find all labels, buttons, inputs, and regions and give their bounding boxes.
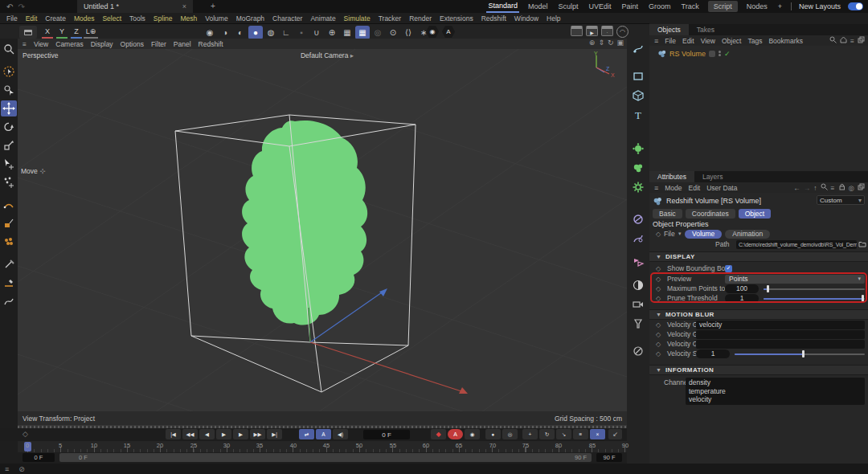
layout-tab[interactable]: Standard (486, 0, 519, 13)
layout-tab[interactable]: Track (680, 1, 701, 12)
status-menu-icon[interactable]: ≡ (5, 465, 9, 473)
layout-tab[interactable]: Nodes (745, 1, 769, 12)
mograph-cloner-icon[interactable] (628, 254, 648, 272)
keyframe-diamond-icon[interactable]: ◇ (656, 295, 661, 302)
menu-item[interactable]: Select (102, 14, 121, 22)
toolbar-icon[interactable]: ∟ (279, 26, 293, 39)
environment-icon[interactable] (628, 276, 648, 294)
object-manager-menu-item[interactable]: Object (722, 37, 742, 45)
document-tab[interactable]: Untitled 1 * × (77, 0, 193, 13)
close-tab-icon[interactable]: × (182, 2, 186, 10)
velocity-grid-input[interactable] (696, 340, 865, 349)
toolbar-icon[interactable]: ◐ (233, 26, 248, 39)
add-layout-button[interactable]: + (776, 1, 784, 12)
add-tab-button[interactable]: + (211, 2, 215, 10)
clone-points-icon[interactable] (1, 234, 17, 250)
toolbar-icon[interactable]: ∪ (309, 26, 324, 39)
object-manager-menu-item[interactable]: Bookmarks (768, 37, 803, 45)
toolbar-icon[interactable]: ⟨⟩ (401, 26, 416, 39)
current-frame-field[interactable]: 0 F (363, 430, 410, 439)
velocity-grid-input[interactable]: velocity (696, 321, 865, 329)
undo-icon[interactable]: ↶ (6, 2, 13, 11)
key-rotation-button[interactable]: ↻ (539, 429, 555, 439)
object-manager-menu-item[interactable]: Tags (747, 37, 762, 45)
menu-item[interactable]: MoGraph (236, 14, 264, 22)
record-mode-button[interactable]: ● (485, 429, 501, 439)
redshift-icon[interactable]: A (442, 26, 455, 38)
axis-lock-toggle[interactable]: X (42, 26, 53, 39)
panel-tab[interactable]: Objects (649, 24, 689, 35)
transport-button[interactable]: ◀ (199, 429, 215, 439)
keyframe-diamond-icon[interactable]: ◇ (656, 321, 661, 329)
transport-button[interactable]: ▶ (216, 429, 231, 439)
key-parameters-button[interactable]: ≡ (573, 429, 588, 439)
spline-sketch-icon[interactable] (1, 293, 17, 309)
viewport-nav-icon[interactable]: ↻ (608, 39, 614, 47)
attribute-category-tab[interactable]: Object (739, 209, 772, 219)
cursor-move-icon[interactable] (1, 156, 17, 172)
transport-button[interactable]: |◀ (166, 429, 181, 439)
velocity-grid-input[interactable] (696, 330, 865, 339)
toolbar-icon[interactable]: ◉ (203, 26, 217, 39)
camera-object-icon[interactable] (628, 296, 648, 313)
menu-item[interactable]: Edit (26, 14, 38, 22)
menu-item[interactable]: Render (409, 14, 432, 22)
path-input[interactable]: C:\demo\redshift_volume_demo\vdb\RS_Vol_… (736, 240, 857, 249)
brush-arc-icon[interactable] (1, 197, 17, 213)
toolbar-icon[interactable]: ◎ (371, 26, 385, 39)
tool-box-icon[interactable] (19, 26, 37, 39)
layout-tab[interactable]: UVEdit (587, 1, 612, 12)
attribute-menu-item[interactable]: User Data (706, 184, 737, 192)
toolbar-icon[interactable]: ◍ (264, 26, 278, 39)
generator-gear-icon[interactable] (628, 178, 648, 196)
toolbar-icon[interactable]: ⊙ (386, 26, 400, 39)
velocity-scale-field[interactable]: 1 (696, 349, 730, 358)
keyframe-diamond-icon[interactable]: ◇ (656, 231, 661, 238)
coordinate-system-button[interactable]: L⊕ (84, 26, 98, 39)
fill-tool-icon[interactable] (1, 215, 17, 231)
panel-menu-icon[interactable]: ≡ (654, 184, 658, 192)
spline-pen-icon[interactable] (628, 40, 648, 58)
visibility-dots[interactable] (719, 51, 721, 56)
keyframe-marker-icon[interactable]: ◇ (23, 430, 28, 438)
display-section-header[interactable]: ▼ DISPLAY (649, 251, 868, 262)
keyframe-diamond-icon[interactable]: ◇ (656, 285, 661, 292)
volume-preview-blob[interactable] (242, 121, 367, 325)
scale-tool-icon[interactable] (1, 137, 17, 153)
target-icon[interactable]: ◎ (849, 184, 854, 192)
pen-line-icon[interactable] (1, 275, 17, 291)
popout-icon[interactable] (858, 183, 865, 192)
panel-tab[interactable]: Layers (694, 171, 731, 182)
panel-menu-icon[interactable]: ≡ (654, 37, 658, 45)
velocity-scale-slider[interactable] (735, 350, 865, 358)
layout-tab[interactable]: Script (708, 1, 738, 12)
scene-canvas[interactable] (18, 49, 627, 411)
viewport-menu-item[interactable]: Cameras (55, 40, 83, 48)
subdivision-surface-icon[interactable] (628, 140, 648, 157)
maximum-points-slider[interactable] (764, 285, 865, 292)
filter-icon[interactable]: ≡ (850, 37, 854, 45)
viewport-menu-item[interactable]: Filter (151, 40, 166, 48)
forward-icon[interactable]: → (804, 184, 811, 192)
search-commander-icon[interactable] (1, 41, 17, 57)
new-layouts-label[interactable]: New Layouts (799, 2, 841, 10)
enabled-check-icon[interactable]: ✓ (724, 50, 731, 58)
render-view-icon[interactable] (571, 26, 583, 36)
viewport-menu-item[interactable]: Display (91, 40, 113, 48)
perspective-viewport[interactable]: ≡ ViewCamerasDisplayOptionsFilterPanelRe… (18, 39, 627, 428)
preview-dropdown[interactable]: Points ▾ (725, 275, 865, 284)
chevron-down-icon[interactable]: ▾ (678, 231, 682, 237)
attribute-menu-item[interactable]: Mode (665, 184, 682, 192)
back-icon[interactable]: ← (793, 184, 800, 192)
layout-tab[interactable]: Paint (620, 1, 640, 12)
lock-icon[interactable] (838, 183, 845, 192)
toolbar-icon[interactable]: ▦ (340, 26, 354, 39)
prune-threshold-field[interactable]: 1 (725, 294, 759, 303)
prune-threshold-slider[interactable] (764, 295, 865, 302)
menu-item[interactable]: Spline (154, 14, 173, 22)
redo-icon[interactable]: ↷ (18, 2, 24, 11)
viewport-menu-item[interactable]: Options (121, 40, 144, 48)
range-slider[interactable]: 0 F 90 F (59, 453, 592, 462)
spline-helper-icon[interactable] (628, 230, 648, 247)
live-selection-icon[interactable] (1, 63, 17, 80)
